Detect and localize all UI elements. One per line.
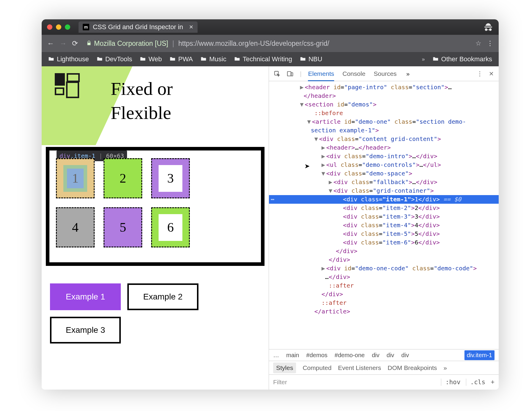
grid-item-2[interactable]: 2 bbox=[104, 158, 142, 198]
page-heading: Fixed or Flexible bbox=[111, 77, 173, 125]
selected-dom-node[interactable]: ⋯ <div class="item-1">1</div> == $0 bbox=[269, 195, 499, 204]
other-bookmarks[interactable]: Other Bookmarks bbox=[433, 55, 492, 63]
bookmark-label: PWA bbox=[178, 55, 193, 63]
incognito-icon bbox=[483, 22, 493, 32]
tab-computed[interactable]: Computed bbox=[303, 364, 331, 371]
grid-item-3[interactable]: 3 bbox=[151, 158, 190, 198]
grid-item-4[interactable]: 4 bbox=[56, 207, 95, 247]
breadcrumb[interactable]: … main #demos #demo-one div div div div.… bbox=[269, 349, 499, 361]
svg-rect-1 bbox=[287, 71, 291, 76]
bookmark-item[interactable]: Technical Writing bbox=[234, 55, 292, 63]
minimize-window-button[interactable] bbox=[56, 24, 61, 30]
cls-toggle[interactable]: .cls bbox=[466, 379, 486, 386]
favicon-icon: m bbox=[83, 24, 89, 30]
folder-icon bbox=[170, 55, 176, 63]
devtools-tabs: Elements Console Sources » bbox=[308, 70, 409, 77]
browser-window: m CSS Grid and Grid Inspector in ✕ ← → ⟳… bbox=[42, 19, 499, 390]
toolbar: ← → ⟳ Mozilla Corporation [US] | https:/… bbox=[42, 35, 499, 52]
demo-area: div.item-1 | 60×63 1 2 3 4 5 6 bbox=[42, 145, 269, 270]
crumb[interactable]: div bbox=[372, 352, 380, 359]
grid-label: 2 bbox=[120, 171, 126, 186]
url-org: Mozilla Corporation [US] bbox=[94, 40, 168, 48]
window-controls bbox=[47, 24, 70, 30]
crumb[interactable]: div bbox=[401, 352, 409, 359]
back-button[interactable]: ← bbox=[47, 39, 54, 48]
styles-tabs: Styles Computed Event Listeners DOM Brea… bbox=[269, 361, 499, 375]
device-toolbar-icon[interactable] bbox=[287, 70, 293, 77]
styles-tabs-more[interactable]: » bbox=[444, 364, 447, 371]
close-window-button[interactable] bbox=[47, 24, 52, 30]
close-tab-icon[interactable]: ✕ bbox=[189, 24, 193, 30]
bookmark-item[interactable]: Music bbox=[201, 55, 226, 63]
tab-sources[interactable]: Sources bbox=[374, 70, 397, 77]
svg-rect-2 bbox=[291, 73, 293, 76]
page-pane: Fixed or Flexible div.item-1 | 60×63 1 2… bbox=[42, 66, 269, 390]
browser-tab[interactable]: m CSS Grid and Grid Inspector in ✕ bbox=[79, 21, 198, 33]
bookmarks-bar: Lighthouse DevTools Web PWA Music Techni… bbox=[42, 52, 499, 66]
crumb[interactable]: #demos bbox=[306, 352, 327, 359]
folder-icon bbox=[48, 55, 54, 63]
grid-label: 3 bbox=[167, 171, 174, 186]
bookmark-item[interactable]: Web bbox=[140, 55, 162, 63]
grid-item-6[interactable]: 6 bbox=[151, 207, 190, 247]
devtools-menu-icon[interactable]: ⋮ bbox=[477, 70, 483, 77]
filter-input[interactable]: Filter bbox=[273, 379, 287, 386]
tab-console[interactable]: Console bbox=[342, 70, 365, 77]
folder-icon bbox=[201, 55, 206, 63]
crumb[interactable]: … bbox=[273, 352, 279, 359]
bookmark-item[interactable]: PWA bbox=[170, 55, 193, 63]
tabs-overflow[interactable]: » bbox=[406, 70, 410, 77]
hov-toggle[interactable]: :hov bbox=[441, 379, 461, 386]
tab-event-listeners[interactable]: Event Listeners bbox=[338, 364, 381, 371]
tab-elements[interactable]: Elements bbox=[308, 70, 334, 81]
inspect-icon[interactable] bbox=[274, 70, 280, 77]
titlebar: m CSS Grid and Grid Inspector in ✕ bbox=[42, 19, 499, 35]
tab-styles[interactable]: Styles bbox=[273, 363, 296, 373]
content-split: Fixed or Flexible div.item-1 | 60×63 1 2… bbox=[42, 66, 499, 390]
bookmark-label: Music bbox=[209, 55, 226, 63]
bookmark-item[interactable]: DevTools bbox=[97, 55, 132, 63]
bookmark-star-icon[interactable]: ☆ bbox=[475, 40, 481, 47]
example-1-button[interactable]: Example 1 bbox=[50, 283, 121, 310]
crumb[interactable]: #demo-one bbox=[335, 352, 365, 359]
example-buttons: Example 1 Example 2 Example 3 bbox=[50, 283, 246, 343]
folder-icon bbox=[433, 55, 439, 63]
grid-item-1[interactable]: 1 bbox=[56, 158, 95, 198]
styles-filter-row: Filter :hov .cls + bbox=[269, 375, 499, 390]
example-3-button[interactable]: Example 3 bbox=[50, 317, 121, 343]
bookmark-label: DevTools bbox=[105, 55, 132, 63]
grid-label: 6 bbox=[167, 220, 174, 235]
bookmark-label: Other Bookmarks bbox=[441, 55, 492, 63]
bookmark-label: Technical Writing bbox=[243, 55, 292, 63]
address-bar[interactable]: Mozilla Corporation [US] | https://www.m… bbox=[83, 38, 466, 49]
crumb-selected[interactable]: div.item-1 bbox=[464, 350, 495, 360]
new-style-rule-icon[interactable]: + bbox=[491, 378, 495, 386]
devtools-close-icon[interactable]: ✕ bbox=[489, 70, 494, 77]
lock-icon bbox=[86, 40, 92, 48]
forward-button[interactable]: → bbox=[60, 39, 67, 48]
grid-label: 4 bbox=[72, 220, 79, 235]
tab-dom-breakpoints[interactable]: DOM Breakpoints bbox=[388, 364, 437, 371]
bookmarks-overflow[interactable]: » bbox=[422, 56, 425, 62]
example-2-button[interactable]: Example 2 bbox=[127, 283, 198, 310]
heading-line: Flexible bbox=[111, 101, 173, 125]
crumb[interactable]: main bbox=[286, 352, 299, 359]
folder-icon bbox=[140, 55, 146, 63]
tab-title: CSS Grid and Grid Inspector in bbox=[93, 23, 183, 31]
grid-item-5[interactable]: 5 bbox=[104, 207, 142, 247]
bookmark-label: NBU bbox=[309, 55, 322, 63]
bookmark-item[interactable]: NBU bbox=[300, 55, 322, 63]
zoom-window-button[interactable] bbox=[65, 24, 70, 30]
dom-tree[interactable]: ▶<header id="page-intro" class="section"… bbox=[269, 81, 499, 349]
grid-container: 1 2 3 4 5 6 bbox=[56, 158, 190, 247]
grid-label: 1 bbox=[72, 171, 79, 186]
reload-button[interactable]: ⟳ bbox=[72, 39, 78, 48]
url-text: https://www.mozilla.org/en-US/developer/… bbox=[178, 40, 329, 48]
menu-button[interactable]: ⋮ bbox=[487, 40, 493, 47]
bookmark-label: Lighthouse bbox=[57, 55, 89, 63]
crumb[interactable]: div bbox=[387, 352, 394, 359]
folder-icon bbox=[300, 55, 306, 63]
grid-logo-icon bbox=[55, 73, 82, 100]
bookmark-item[interactable]: Lighthouse bbox=[48, 55, 89, 63]
folder-icon bbox=[97, 55, 103, 63]
